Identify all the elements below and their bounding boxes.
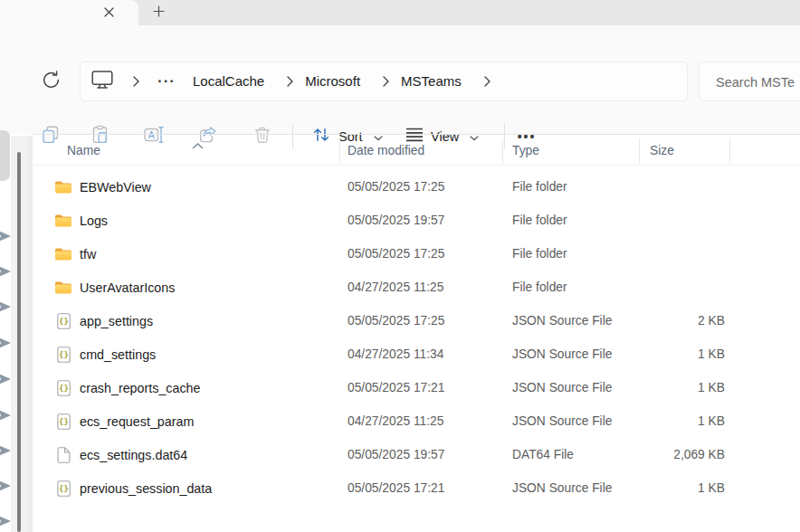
json-file-icon: {} [54, 379, 72, 397]
breadcrumb-overflow-button[interactable]: ··· [152, 63, 181, 100]
tree-expand-icon[interactable] [0, 231, 11, 242]
breadcrumb-localcache[interactable]: LocalCache [181, 62, 276, 100]
this-pc-breadcrumb[interactable] [81, 65, 124, 98]
header-underline [33, 165, 800, 166]
file-row[interactable]: {} ecs_request_param 04/27/2025 11:25 JS… [33, 404, 800, 438]
column-header-type[interactable]: Type [512, 144, 639, 157]
tree-expand-icon[interactable] [0, 480, 11, 492]
svg-text:{}: {} [59, 417, 69, 426]
file-size: 1 KB [639, 414, 729, 428]
column-header-date-modified[interactable]: Date modified [348, 144, 512, 157]
file-name: ecs_settings.dat64 [80, 448, 187, 462]
content-divider [33, 134, 800, 135]
file-date-modified: 05/05/2025 19:57 [348, 448, 512, 461]
file-date-modified: 04/27/2025 11:25 [348, 280, 512, 294]
breadcrumb-msteams[interactable]: MSTeams [389, 62, 473, 100]
file-date-modified: 05/05/2025 19:57 [348, 214, 512, 227]
file-type: JSON Source File [512, 314, 639, 328]
search-box[interactable] [699, 62, 800, 101]
file-date-modified: 05/05/2025 17:21 [348, 381, 512, 394]
tree-expand-icon[interactable] [0, 266, 11, 278]
file-type: JSON Source File [512, 414, 639, 428]
close-icon [104, 5, 114, 21]
file-name: UserAvatarIcons [80, 280, 175, 295]
tree-expand-icon[interactable] [0, 374, 11, 385]
new-tab-button[interactable] [147, 3, 170, 23]
file-type: JSON Source File [512, 481, 639, 495]
file-name: app_settings [80, 314, 153, 328]
folder-icon [54, 178, 72, 196]
file-size: 2 KB [639, 314, 729, 328]
file-date-modified: 05/05/2025 17:25 [348, 314, 512, 328]
file-size: 1 KB [639, 481, 729, 495]
nav-pane-scrollbar-thumb[interactable] [0, 130, 10, 181]
file-name: crash_reports_cache [80, 381, 201, 395]
address-bar[interactable]: ··· LocalCache Microsoft MSTeams [80, 62, 688, 101]
file-row[interactable]: tfw 05/05/2025 17:25 File folder [33, 237, 800, 271]
plus-icon [153, 5, 165, 21]
refresh-icon [41, 70, 62, 94]
file-type: File folder [512, 214, 639, 227]
breadcrumb-chevron-icon[interactable] [484, 76, 490, 87]
file-row[interactable]: {} cmd_settings 04/27/2025 11:34 JSON So… [33, 337, 800, 371]
tree-expand-icon[interactable] [0, 410, 11, 422]
refresh-button[interactable] [38, 69, 63, 94]
file-row[interactable]: ecs_settings.dat64 05/05/2025 19:57 DAT6… [33, 438, 800, 471]
json-file-icon: {} [54, 480, 72, 498]
svg-text:{}: {} [59, 384, 69, 393]
file-row[interactable]: EBWebView 05/05/2025 17:25 File folder [33, 170, 800, 204]
column-header-size[interactable]: Size [639, 144, 729, 157]
sort-ascending-icon [192, 137, 204, 153]
file-name: previous_session_data [80, 481, 212, 496]
column-divider[interactable] [729, 138, 730, 163]
this-pc-icon [91, 70, 113, 93]
file-row[interactable]: {} app_settings 05/05/2025 17:25 JSON So… [33, 304, 800, 337]
close-tab-button[interactable] [99, 3, 119, 23]
tree-expand-icon[interactable] [0, 445, 11, 457]
file-type: JSON Source File [512, 347, 639, 361]
file-date-modified: 04/27/2025 11:25 [348, 414, 512, 428]
scrollbar-thumb[interactable] [17, 152, 21, 532]
breadcrumb-chevron-icon[interactable] [133, 76, 139, 87]
file-size: 2,069 KB [639, 448, 729, 461]
column-divider[interactable] [502, 138, 503, 163]
column-divider[interactable] [639, 138, 640, 163]
tree-expand-icon[interactable] [0, 301, 11, 313]
file-name: Logs [80, 214, 108, 228]
file-name: tfw [80, 247, 96, 261]
file-row[interactable]: UserAvatarIcons 04/27/2025 11:25 File fo… [33, 271, 800, 304]
file-size: 1 KB [639, 347, 729, 361]
file-date-modified: 05/05/2025 17:21 [348, 481, 512, 495]
breadcrumb-chevron-icon[interactable] [287, 76, 293, 87]
file-date-modified: 05/05/2025 17:25 [348, 247, 512, 261]
file-type: File folder [512, 180, 639, 194]
folder-icon [54, 212, 72, 230]
file-explorer-window: ··· LocalCache Microsoft MSTeams [0, 0, 800, 532]
file-size: 1 KB [639, 381, 729, 394]
tree-expand-icon[interactable] [0, 516, 11, 527]
window-chrome: ··· LocalCache Microsoft MSTeams [0, 25, 800, 134]
folder-icon [54, 279, 72, 297]
folder-icon [54, 245, 72, 263]
svg-text:{}: {} [59, 350, 69, 359]
file-icon [54, 446, 72, 464]
tab-bar [0, 0, 800, 25]
file-list: EBWebView 05/05/2025 17:25 File folder L… [33, 170, 800, 505]
file-date-modified: 04/27/2025 11:34 [348, 347, 512, 361]
search-input[interactable] [714, 63, 800, 101]
column-divider[interactable] [339, 138, 340, 163]
breadcrumb-chevron-icon[interactable] [383, 76, 389, 87]
json-file-icon: {} [54, 312, 72, 330]
json-file-icon: {} [54, 413, 72, 431]
tree-expand-icon[interactable] [0, 337, 11, 349]
file-row[interactable]: Logs 05/05/2025 19:57 File folder [33, 204, 800, 237]
svg-text:{}: {} [59, 317, 69, 326]
column-header-name[interactable]: Name [33, 144, 348, 157]
column-headers: Name Date modified Type Size [33, 136, 800, 166]
breadcrumb-microsoft[interactable]: Microsoft [293, 62, 372, 100]
file-row[interactable]: {} crash_reports_cache 05/05/2025 17:21 … [33, 371, 800, 404]
svg-text:{}: {} [59, 484, 69, 493]
file-row[interactable]: {} previous_session_data 05/05/2025 17:2… [33, 471, 800, 505]
file-name: cmd_settings [80, 347, 156, 362]
file-type: JSON Source File [512, 381, 639, 394]
